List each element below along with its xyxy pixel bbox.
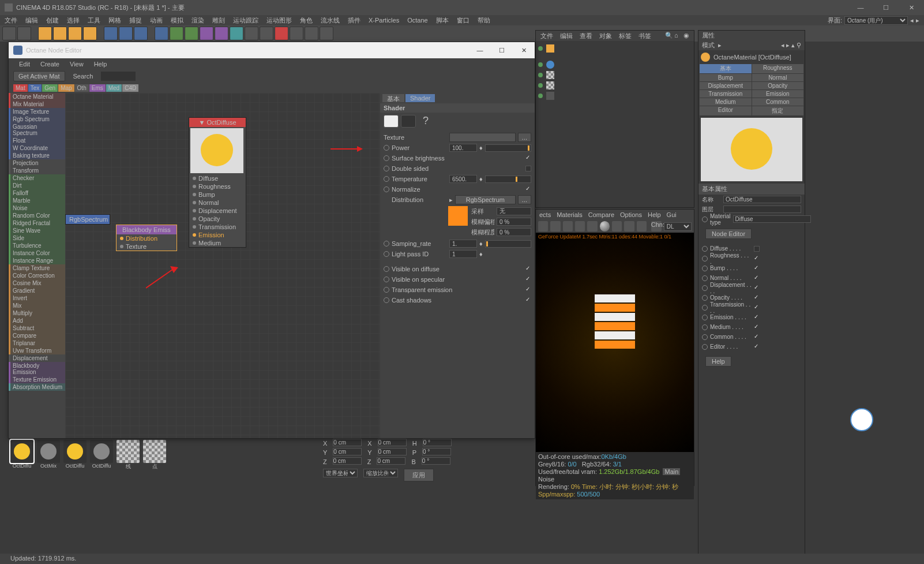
surfbright-check[interactable] <box>525 155 531 161</box>
obj-menu-file[interactable]: 文件 <box>540 32 553 40</box>
library-item[interactable]: Clamp Texture <box>9 264 65 272</box>
tag-oth[interactable]: Oth <box>75 84 89 92</box>
library-item[interactable]: Dirt <box>9 182 65 189</box>
ne-close-button[interactable]: ✕ <box>513 42 535 58</box>
tool-redo[interactable] <box>17 27 31 40</box>
obj-menu-view[interactable]: 查看 <box>580 32 592 40</box>
tool-oct3[interactable] <box>320 27 333 40</box>
menu-snap[interactable]: 捕捉 <box>129 16 142 25</box>
tool-undo[interactable] <box>2 27 16 40</box>
normalize-check[interactable] <box>525 186 531 192</box>
ne-maximize-button[interactable]: ☐ <box>491 42 513 58</box>
search-input[interactable] <box>101 72 136 81</box>
material-slot[interactable]: 点 <box>143 440 166 470</box>
node-blackbody[interactable]: Blackbody Emiss Distribution Texture <box>116 225 177 251</box>
library-item[interactable]: Turbulence <box>9 242 65 249</box>
visspec-anim[interactable] <box>384 277 389 282</box>
tab-basic[interactable]: 基本 <box>700 64 752 73</box>
node-canvas[interactable]: RgbSpectrum Blackbody Emiss Distribution… <box>65 93 380 438</box>
shader-help-icon[interactable]: ? <box>418 115 433 128</box>
lv-menu-gui[interactable]: Gui <box>667 211 677 218</box>
node-rgbspectrum[interactable]: RgbSpectrum <box>65 214 110 225</box>
tool-cube[interactable] <box>155 27 168 40</box>
coord-apply-button[interactable]: 应用 <box>404 469 434 481</box>
lightpass-input[interactable] <box>449 250 477 258</box>
texture-button[interactable] <box>449 133 515 142</box>
attr-transmission-anim[interactable] <box>702 305 708 311</box>
attr-mattype-anim[interactable] <box>702 216 708 222</box>
power-input[interactable] <box>449 144 477 152</box>
attr-diffuse-anim[interactable] <box>702 246 708 252</box>
power-slider[interactable] <box>485 144 531 152</box>
lv-sphere-icon[interactable] <box>600 221 610 231</box>
shader-icon-1[interactable] <box>384 115 399 128</box>
temp-input[interactable] <box>449 175 477 183</box>
port-transmission[interactable]: Transmission <box>189 223 246 231</box>
close-button[interactable]: ✕ <box>899 0 924 15</box>
attr-bump-anim[interactable] <box>702 266 708 271</box>
get-active-mat-button[interactable]: Get Active Mat <box>13 71 65 81</box>
library-item[interactable]: Transform <box>9 167 65 174</box>
node-library-list[interactable]: Octane MaterialMix MaterialImage Texture… <box>9 93 65 438</box>
tab-assign[interactable]: 指定 <box>752 106 804 115</box>
menu-octane[interactable]: Octane <box>407 17 427 24</box>
menu-tools[interactable]: 工具 <box>88 16 100 25</box>
menu-script[interactable]: 脚本 <box>436 16 449 25</box>
lv-menu-options[interactable]: Options <box>620 211 642 218</box>
tab-shader[interactable]: Shader <box>405 94 435 102</box>
lv-pin-icon[interactable] <box>624 221 634 231</box>
obj-vis-4[interactable] <box>538 83 543 88</box>
port-diffuse[interactable]: Diffuse <box>189 174 246 182</box>
obj-item-1[interactable] <box>546 44 554 53</box>
layout-select[interactable]: Octane (用户) <box>844 16 908 25</box>
library-item[interactable]: Projection <box>9 159 65 167</box>
shader-icon-2[interactable] <box>401 115 416 128</box>
tool-generator[interactable] <box>200 27 213 40</box>
library-item[interactable]: Add <box>9 317 65 324</box>
attr-normal-anim[interactable] <box>702 275 708 281</box>
coord-p[interactable] <box>422 448 451 455</box>
tool-render-settings[interactable] <box>134 27 148 40</box>
library-item[interactable]: Absorption Medium <box>9 383 65 391</box>
material-slot[interactable]: OctDiffu <box>63 440 87 470</box>
sampling-input[interactable] <box>449 240 477 248</box>
menu-file[interactable]: 文件 <box>5 16 17 25</box>
temp-anim[interactable] <box>384 176 389 182</box>
attr-bump-check[interactable] <box>754 266 760 271</box>
node-editor-titlebar[interactable]: Octane Node Editor — ☐ ✕ <box>9 42 535 58</box>
obj-vis-5[interactable] <box>538 94 543 98</box>
port-opacity[interactable]: Opacity <box>189 215 246 223</box>
library-item[interactable]: Baking texture <box>9 152 65 159</box>
menu-motiontrack[interactable]: 运动跟踪 <box>233 16 258 25</box>
menu-window[interactable]: 窗口 <box>457 16 469 25</box>
attr-roughness-check[interactable] <box>754 256 760 262</box>
dist-swatch[interactable] <box>448 206 468 226</box>
library-item[interactable]: Checker <box>9 174 65 182</box>
coord-x-pos[interactable] <box>333 439 362 446</box>
attr-mattype-input[interactable] <box>733 215 811 223</box>
attr-opacity-anim[interactable] <box>702 295 708 301</box>
dist-browse[interactable]: ... <box>518 195 531 204</box>
menu-render[interactable]: 渲染 <box>191 16 204 25</box>
library-item[interactable]: Marble <box>9 197 65 204</box>
blur-deg-input[interactable] <box>497 228 531 236</box>
attr-normal-check[interactable] <box>754 275 760 281</box>
menu-simulate[interactable]: 模拟 <box>171 16 183 25</box>
obj-item-5[interactable] <box>546 92 554 100</box>
normalize-anim[interactable] <box>384 186 389 192</box>
library-item[interactable]: Subtract <box>9 324 65 332</box>
menu-mesh[interactable]: 网格 <box>108 16 121 25</box>
temp-slider[interactable] <box>485 175 531 183</box>
menu-select[interactable]: 选择 <box>67 16 80 25</box>
attr-emission-anim[interactable] <box>702 315 708 320</box>
attr-medium-anim[interactable] <box>702 324 708 330</box>
port-displacement[interactable]: Displacement <box>189 207 246 215</box>
tool-spline[interactable] <box>170 27 183 40</box>
search-icon[interactable]: 🔍 <box>665 32 673 40</box>
lv-refresh-icon[interactable] <box>563 221 573 231</box>
coord-x-size[interactable] <box>378 439 407 446</box>
library-item[interactable]: Falloff <box>9 189 65 197</box>
tag-gen[interactable]: Gen <box>42 84 58 92</box>
minimize-button[interactable]: — <box>848 0 873 15</box>
material-slot[interactable]: 线 <box>117 440 140 470</box>
